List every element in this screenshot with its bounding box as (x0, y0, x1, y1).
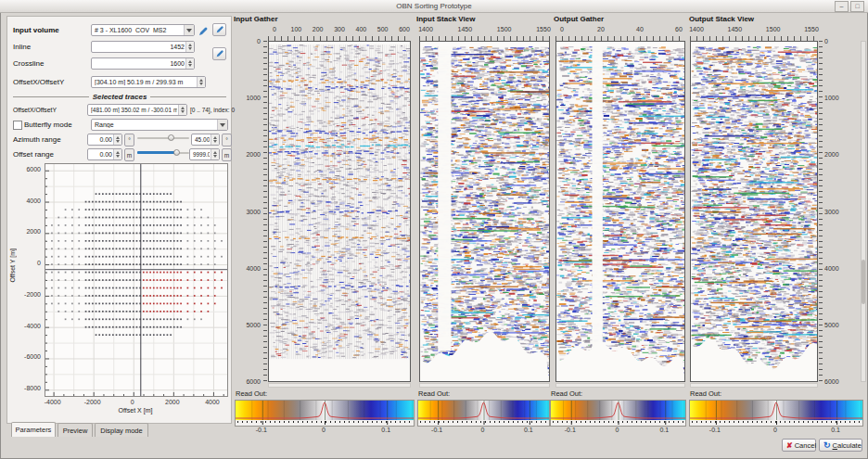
offset-max-spinner[interactable] (211, 149, 219, 159)
azimuth-max-spinner[interactable] (211, 134, 219, 145)
colorbar-tick-label: -0.1 (256, 427, 267, 433)
azimuth-slider-handle[interactable] (168, 134, 174, 141)
output-gather-hscrollbar[interactable] (555, 383, 685, 388)
offsetxy-spinner[interactable] (197, 77, 205, 87)
minimize-button[interactable]: – (835, 1, 849, 12)
butterfly-mode-select[interactable]: Range (91, 119, 228, 131)
maximize-button[interactable]: □ (850, 1, 864, 12)
input-stack-hscrollbar[interactable] (419, 383, 550, 388)
colorbar-output-gather[interactable] (550, 400, 686, 427)
calculate-label: Calculate (833, 441, 862, 450)
input-gather-view[interactable] (268, 41, 411, 382)
inline-label: Inline (13, 41, 31, 53)
readout-label-2: Read Out: (418, 389, 450, 398)
top-axis-tick-label: 100 (290, 26, 301, 32)
offsetxy-value: [304.10 m] 50.19 m / 299.93 m (95, 79, 196, 85)
azimuth-max-value: 45.00 (195, 136, 210, 143)
inline-field[interactable]: 1452 (91, 41, 195, 53)
input-volume-select[interactable]: # 3 - XL1600_COV_MS2 (91, 24, 195, 36)
calculate-button[interactable]: ↻ Calculate (819, 439, 862, 452)
tab-preview[interactable]: Preview (57, 423, 93, 437)
azimuth-min-spinner[interactable] (113, 134, 121, 145)
chevron-down-icon[interactable] (184, 25, 194, 35)
scatter-ytick-label: -6000 (15, 353, 41, 360)
offset-slider-handle[interactable] (173, 149, 180, 156)
sel-offsetxy-field[interactable]: [481.00 m] 350.02 m / -300.01 m (87, 104, 187, 116)
colorbar-input-stack[interactable] (417, 400, 550, 427)
colorbar-tick-label: 0.1 (831, 427, 840, 433)
top-axis-tick-label: 20 (597, 26, 605, 32)
offset-min-spinner[interactable] (113, 149, 121, 159)
input-stack-view[interactable] (419, 41, 550, 382)
vertical-scrollbar-handle[interactable] (862, 260, 865, 304)
sel-offsetxy-spinner[interactable] (178, 105, 186, 115)
sel-offsetxy-value: [481.00 m] 350.02 m / -300.01 m (91, 107, 177, 113)
time-axis-left-ticks (263, 41, 267, 382)
position-picker-button[interactable] (212, 47, 226, 60)
offset-scatter-plot[interactable] (45, 163, 228, 397)
offset-min-field[interactable]: 0.00 (87, 148, 122, 160)
offset-max-value: 9999.00 (193, 151, 210, 158)
cancel-button[interactable]: ✘ Cancel (782, 439, 816, 452)
output-gather-view[interactable] (555, 41, 685, 382)
time-axis-right-ticks (819, 41, 823, 382)
scatter-xlabel: Offset X [m] (45, 407, 226, 414)
butterfly-checkbox[interactable] (13, 121, 22, 130)
colorbar-tick-label: -0.1 (431, 427, 442, 433)
offset-min-unit[interactable]: m (124, 148, 134, 161)
inline-spinner[interactable] (185, 42, 194, 52)
azimuth-min-unit[interactable]: ° (124, 134, 134, 147)
input-stack-top-ruler (419, 36, 550, 41)
butterfly-label: Butterfly mode (24, 119, 72, 131)
panel-title-output-stack: Output Stack View (689, 15, 754, 23)
colorbar-tick-label: -0.1 (565, 427, 576, 433)
colorbar-tick-label: 0 (616, 427, 619, 433)
scatter-ytick-label: 2000 (15, 228, 41, 235)
cancel-label: Cancel (795, 441, 816, 450)
scatter-ytick-label: 6000 (15, 166, 41, 172)
offset-max-unit[interactable]: m (222, 148, 232, 161)
readout-label-1: Read Out: (236, 389, 267, 398)
output-stack-hscrollbar[interactable] (690, 383, 818, 388)
panel-title-input-stack: Input Stack View (416, 15, 475, 23)
azimuth-max-field[interactable]: 45.00 (191, 134, 220, 146)
colorbar-output-stack[interactable] (689, 400, 863, 427)
cancel-x-icon: ✘ (786, 441, 793, 450)
readout-label-4: Read Out: (690, 389, 721, 398)
scatter-xtick-label: 4000 (205, 399, 220, 405)
sel-offsetxy-label: OffsetX/OffsetY (13, 104, 57, 116)
time-axis-tick-label: 4000 (236, 265, 261, 272)
top-axis-tick-label: 400 (355, 26, 366, 32)
top-axis-tick-label: 60 (675, 26, 683, 32)
tab-parameters[interactable]: Parameters (11, 422, 56, 437)
azimuth-min-value: 0.00 (91, 136, 112, 143)
offset-slider[interactable] (137, 147, 189, 158)
input-gather-hscrollbar[interactable] (268, 383, 411, 388)
top-axis-tick-label: 1500 (766, 26, 781, 32)
offsetxy-field[interactable]: [304.10 m] 50.19 m / 299.93 m (91, 76, 206, 88)
vertical-scrollbar[interactable] (861, 41, 866, 382)
azimuth-max-unit[interactable]: ° (222, 134, 232, 147)
scatter-ytick-label: 0 (15, 260, 41, 266)
offset-max-field[interactable]: 9999.00 (189, 148, 220, 160)
azimuth-slider[interactable] (137, 133, 189, 143)
azimuth-min-field[interactable]: 0.00 (87, 134, 122, 146)
output-stack-view[interactable] (690, 41, 818, 382)
pen-icon (215, 49, 224, 58)
crossline-field[interactable]: 1600 (91, 57, 195, 70)
top-axis-tick-label: 1450 (458, 26, 473, 32)
colorbar-input-gather[interactable] (235, 400, 415, 427)
offset-min-value: 0.00 (91, 151, 112, 158)
top-axis-tick-label: 500 (377, 26, 389, 32)
top-axis-tick-label: 1550 (536, 26, 551, 32)
window-controls: – □ (835, 1, 864, 12)
crossline-spinner[interactable] (185, 58, 194, 69)
chevron-down-icon[interactable] (217, 120, 227, 130)
time-axis-tick-label: 1000 (236, 95, 261, 101)
volume-picker-button[interactable] (212, 23, 226, 36)
top-axis-tick-label: 0 (560, 26, 564, 32)
top-axis-tick-label: 1550 (804, 26, 819, 32)
tab-display-mode[interactable]: Display mode (95, 423, 148, 437)
time-axis-tick-label: 3000 (824, 209, 839, 215)
time-axis-tick-label: 3000 (236, 209, 261, 215)
